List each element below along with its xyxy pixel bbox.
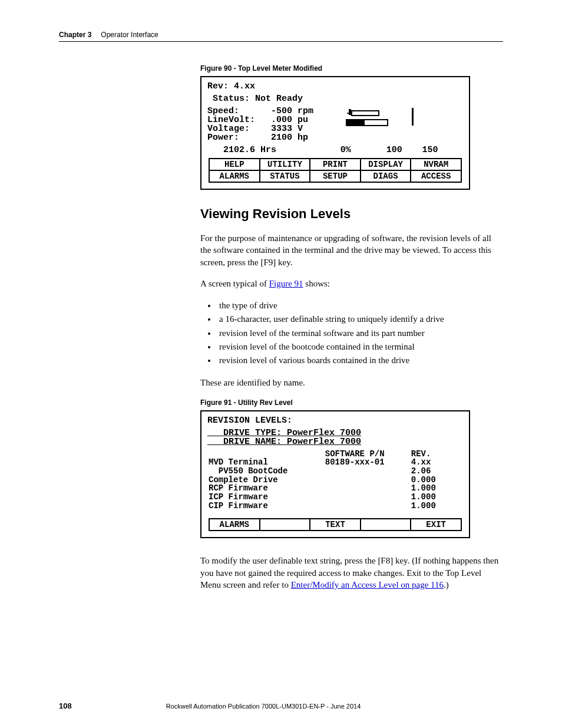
softkey-grid: HELP UTILITY PRINT DISPLAY NVRAM ALARMS … [209,158,462,183]
para-2-pre: A screen typical of [200,279,269,288]
rev-line: Rev: 4.xx [204,80,467,92]
softkey-exit[interactable]: EXIT [411,519,461,530]
softkey-nvram[interactable]: NVRAM [411,159,461,170]
chapter-title: Operator Interface [101,31,158,39]
status-line: Status: Not Ready [204,92,467,104]
softkey-help[interactable]: HELP [210,159,260,170]
rev-values: REV. 4.xx 2.06 0.000 1.000 1.000 1.000 [406,450,462,510]
bar-gauge-1 [351,110,379,116]
page-number: 108 [59,701,72,710]
softkey-alarms[interactable]: ALARMS [210,171,260,182]
para-3: These are identified by name. [200,377,503,388]
meter-readings: Speed: -500 rpm LineVolt: .000 pu Voltag… [204,104,346,143]
bullet-5: revision level of various boards contain… [217,354,503,367]
bullet-4: revision level of the bootcode contained… [217,340,503,354]
bullet-3: revision level of the terminal software … [217,327,503,340]
para-2: A screen typical of Figure 91 shows: [200,278,503,289]
chapter-label: Chapter 3 [59,31,91,39]
figure-91-caption: Figure 91 - Utility Rev Level [200,398,503,407]
rev-names: MVD Terminal PV550 BootCode Complete Dri… [209,450,325,510]
page-footer: 108 Rockwell Automation Publication 7000… [59,701,503,710]
drive-info: DRIVE TYPE: PowerFlex 7000 DRIVE NAME: P… [204,426,467,447]
figure-91-link[interactable]: Figure 91 [269,279,303,288]
figure-90-caption: Figure 90 - Top Level Meter Modified [200,64,503,73]
para-2-post: shows: [303,279,330,288]
figure-90-screen: Rev: 4.xx Status: Not Ready Speed: -500 … [200,76,470,190]
closing-para: To modify the user definable text string… [200,555,503,591]
softkey-print[interactable]: PRINT [310,159,361,170]
figure-91-screen: REVISION LEVELS: DRIVE TYPE: PowerFlex 7… [200,410,470,539]
closing-post: .) [444,580,449,589]
revision-table: MVD Terminal PV550 BootCode Complete Dri… [204,447,467,515]
softkey-blank-1 [260,519,311,530]
page-header: Chapter 3 Operator Interface [59,31,503,42]
softkey-row-fig91: ALARMS TEXT EXIT [209,518,462,531]
softkey-display[interactable]: DISPLAY [361,159,412,170]
softkey-setup[interactable]: SETUP [310,171,361,182]
softkey-utility[interactable]: UTILITY [260,159,311,170]
rev-partnums: SOFTWARE P/N 80189-xxx-01 [325,450,406,510]
scale-150: 150 [422,146,438,154]
bullet-2: a 16-character, user definable string to… [217,312,503,326]
bullet-list: the type of drive a 16-character, user d… [217,299,503,367]
softkey-diags[interactable]: DIAGS [361,171,412,182]
bullet-1: the type of drive [217,299,503,312]
section-heading: Viewing Revision Levels [200,206,503,222]
bar-gauge-3 [412,108,414,126]
hours-reading: 2102.6 Hrs [207,146,340,154]
scale-100: 100 [386,146,422,154]
publication-info: Rockwell Automation Publication 7000L-UM… [166,703,361,710]
softkey-access[interactable]: ACCESS [411,171,461,182]
softkey-text[interactable]: TEXT [310,519,361,530]
para-1: For the purpose of maintenance or upgrad… [200,232,503,268]
rev-levels-title: REVISION LEVELS: [204,414,467,426]
softkey-blank-2 [361,519,412,530]
softkey-alarms-2[interactable]: ALARMS [210,519,260,530]
softkey-status[interactable]: STATUS [260,171,311,182]
access-level-link[interactable]: Enter/Modify an Access Level on page 116 [291,580,444,589]
scale-0: 0% [340,146,386,154]
bar-gauge-2 [346,119,388,126]
